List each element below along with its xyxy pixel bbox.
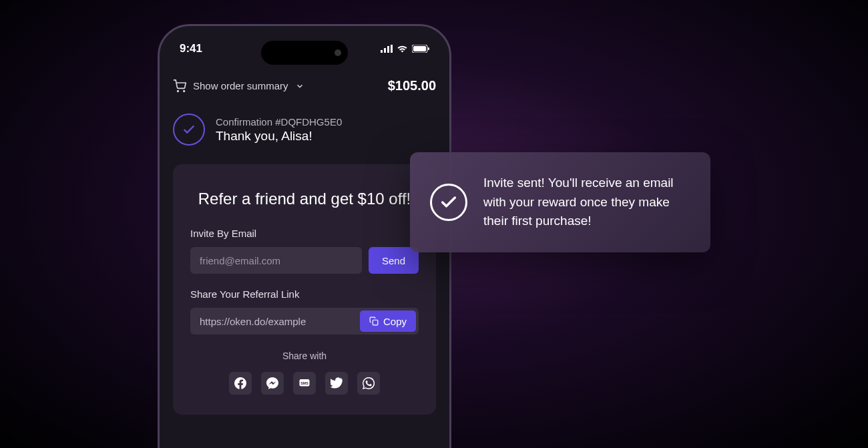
svg-rect-1: [384, 48, 386, 53]
twitter-icon: [331, 377, 343, 389]
copy-icon: [369, 316, 379, 326]
cellular-icon: [381, 45, 393, 53]
referral-headline: Refer a friend and get $10 off!: [190, 188, 419, 209]
order-summary-toggle[interactable]: Show order summary: [173, 79, 304, 93]
chevron-down-icon: [295, 81, 304, 91]
twitter-share-button[interactable]: [325, 372, 348, 395]
facebook-icon: [234, 377, 246, 389]
toast-check-icon: [430, 184, 467, 221]
svg-text:SMS: SMS: [300, 381, 308, 385]
social-share-row: SMS: [190, 372, 419, 395]
wifi-icon: [397, 45, 408, 53]
order-total: $105.00: [388, 78, 436, 93]
sms-share-button[interactable]: SMS: [293, 372, 316, 395]
confirmation-subtitle: Confirmation #DQFDHG5E0: [216, 116, 342, 128]
share-with-label: Share with: [190, 351, 419, 361]
send-button[interactable]: Send: [369, 247, 419, 274]
sms-icon: SMS: [298, 377, 310, 389]
order-summary-label: Show order summary: [193, 80, 288, 91]
order-summary-row: Show order summary $105.00: [173, 78, 436, 93]
svg-rect-6: [428, 47, 429, 50]
referral-link-row: https://oken.do/example Copy: [190, 308, 419, 334]
referral-card: Refer a friend and get $10 off! Invite B…: [173, 164, 436, 415]
confirmation-check-icon: [173, 114, 205, 146]
whatsapp-share-button[interactable]: [357, 372, 380, 395]
svg-rect-9: [373, 320, 378, 325]
whatsapp-icon: [363, 377, 375, 389]
status-time: 9:41: [180, 42, 202, 55]
svg-rect-2: [387, 46, 389, 53]
status-icons: [381, 45, 429, 53]
svg-rect-5: [413, 46, 426, 51]
copy-button[interactable]: Copy: [360, 310, 416, 332]
invite-email-input[interactable]: [190, 247, 362, 274]
phone-frame: 9:41 Show order summary $105.00 Confirma…: [158, 24, 451, 448]
invite-email-label: Invite By Email: [190, 228, 419, 239]
svg-point-7: [178, 90, 179, 91]
referral-link-label: Share Your Referral Link: [190, 288, 419, 300]
svg-rect-0: [381, 50, 383, 53]
svg-rect-3: [391, 45, 393, 53]
svg-point-8: [184, 90, 185, 91]
invite-sent-toast: Invite sent! You'll receive an email wit…: [410, 152, 710, 252]
cart-icon: [173, 79, 186, 93]
battery-icon: [412, 45, 429, 53]
confirmation-title: Thank you, Alisa!: [216, 129, 342, 144]
referral-link-value[interactable]: https://oken.do/example: [200, 316, 360, 327]
messenger-share-button[interactable]: [261, 372, 284, 395]
phone-notch: [261, 41, 348, 65]
confirmation-block: Confirmation #DQFDHG5E0 Thank you, Alisa…: [173, 114, 436, 146]
facebook-share-button[interactable]: [229, 372, 252, 395]
messenger-icon: [266, 377, 278, 389]
toast-message: Invite sent! You'll receive an email wit…: [483, 174, 690, 231]
